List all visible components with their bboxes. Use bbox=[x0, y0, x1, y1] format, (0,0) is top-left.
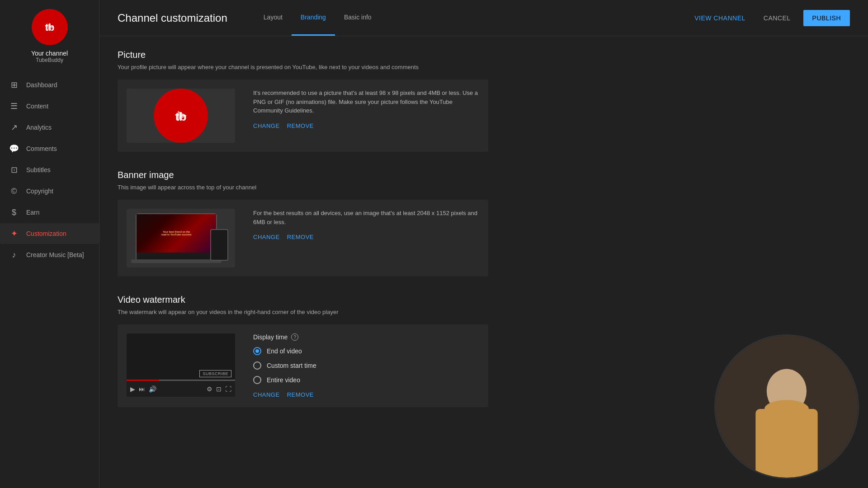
radio-label-custom-start: Custom start time bbox=[267, 362, 316, 369]
publish-button[interactable]: PUBLISH bbox=[803, 10, 850, 26]
content-icon: ☰ bbox=[9, 101, 19, 111]
banner-section: Banner image This image will appear acro… bbox=[118, 170, 488, 277]
tab-branding[interactable]: Branding bbox=[292, 0, 335, 36]
watermark-remove-button[interactable]: REMOVE bbox=[287, 391, 314, 398]
tab-basic-info[interactable]: Basic info bbox=[335, 0, 381, 36]
picture-remove-button[interactable]: REMOVE bbox=[287, 122, 314, 129]
volume-icon[interactable]: 🔊 bbox=[149, 385, 156, 393]
radio-btn-end-of-video bbox=[253, 347, 261, 355]
avatar: tb bbox=[32, 9, 68, 45]
sidebar-label-analytics: Analytics bbox=[26, 124, 52, 131]
sidebar-label-customization: Customization bbox=[26, 230, 66, 237]
sidebar-item-creator-music[interactable]: ♪ Creator Music [Beta] bbox=[0, 244, 99, 265]
sidebar-label-comments: Comments bbox=[26, 145, 57, 152]
skip-icon[interactable]: ⏭ bbox=[139, 385, 145, 393]
sidebar-item-dashboard[interactable]: ⊞ Dashboard bbox=[0, 75, 99, 95]
watermark-body: SUBSCRIBE ▶ ⏭ 🔊 ⚙ ⊡ ⛶ bbox=[118, 324, 488, 407]
watermark-actions: CHANGE REMOVE bbox=[253, 391, 479, 398]
display-time-label: Display time bbox=[253, 333, 288, 341]
banner-desc: This image will appear across the top of… bbox=[118, 184, 488, 191]
topbar-actions: VIEW CHANNEL CANCEL PUBLISH bbox=[689, 10, 850, 26]
radio-btn-custom-start bbox=[253, 361, 261, 370]
page-title: Channel customization bbox=[118, 12, 227, 24]
radio-entire-video[interactable]: Entire video bbox=[253, 376, 479, 384]
picture-title: Picture bbox=[118, 50, 488, 60]
sidebar-item-earn[interactable]: $ Earn bbox=[0, 202, 99, 223]
sidebar-item-content[interactable]: ☰ Content bbox=[0, 96, 99, 117]
banner-change-button[interactable]: CHANGE bbox=[253, 234, 280, 240]
sidebar: tb Your channel TubeBuddy ⊞ Dashboard ☰ … bbox=[0, 0, 99, 488]
sidebar-item-copyright[interactable]: © Copyright bbox=[0, 181, 99, 202]
laptop-screen: Your best friend on theroad to YouTube s… bbox=[137, 214, 216, 253]
copyright-icon: © bbox=[9, 186, 19, 196]
analytics-icon: ↗ bbox=[9, 122, 19, 132]
sidebar-item-analytics[interactable]: ↗ Analytics bbox=[0, 117, 99, 138]
video-preview: SUBSCRIBE ▶ ⏭ 🔊 ⚙ ⊡ ⛶ bbox=[127, 333, 235, 397]
play-icon[interactable]: ▶ bbox=[130, 385, 135, 393]
sidebar-label-earn: Earn bbox=[26, 209, 40, 216]
sidebar-item-subtitles[interactable]: ⊡ Subtitles bbox=[0, 160, 99, 180]
banner-inner: Your best friend on theroad to YouTube s… bbox=[131, 213, 231, 263]
banner-image: Your best friend on theroad to YouTube s… bbox=[127, 209, 235, 267]
sidebar-label-copyright: Copyright bbox=[26, 188, 53, 195]
video-progress-fill bbox=[127, 380, 159, 381]
sidebar-label-subtitles: Subtitles bbox=[26, 166, 51, 174]
earn-icon: $ bbox=[9, 207, 19, 217]
picture-recommendation: It's recommended to use a picture that's… bbox=[253, 89, 479, 115]
topbar: Channel customization Layout Branding Ba… bbox=[99, 0, 868, 36]
view-channel-button[interactable]: VIEW CHANNEL bbox=[689, 11, 751, 25]
watermark-change-button[interactable]: CHANGE bbox=[253, 391, 280, 398]
comments-icon: 💬 bbox=[9, 144, 19, 154]
display-time-header: Display time ? bbox=[253, 333, 479, 341]
channel-name: Your channel bbox=[31, 50, 68, 57]
sidebar-nav: ⊞ Dashboard ☰ Content ↗ Analytics 💬 Comm… bbox=[0, 74, 99, 266]
video-controls: ▶ ⏭ 🔊 ⚙ ⊡ ⛶ bbox=[127, 381, 235, 397]
floating-video bbox=[714, 334, 859, 479]
watermark-desc: The watermark will appear on your videos… bbox=[118, 309, 488, 315]
radio-custom-start[interactable]: Custom start time bbox=[253, 361, 479, 370]
banner-info: For the best results on all devices, use… bbox=[253, 209, 479, 267]
fullscreen-icon[interactable]: ⛶ bbox=[225, 385, 231, 393]
topbar-tabs: Layout Branding Basic info bbox=[255, 0, 381, 36]
tab-layout[interactable]: Layout bbox=[255, 0, 292, 36]
radio-label-end-of-video: End of video bbox=[267, 347, 302, 355]
person-avatar bbox=[716, 334, 858, 479]
subtitles-icon: ⊡ bbox=[9, 165, 19, 175]
radio-end-of-video[interactable]: End of video bbox=[253, 347, 479, 355]
sidebar-label-dashboard: Dashboard bbox=[26, 81, 57, 89]
laptop-base bbox=[131, 259, 222, 263]
video-progress-bar bbox=[127, 380, 235, 381]
picture-section: Picture Your profile picture will appear… bbox=[118, 50, 488, 152]
floating-video-inner bbox=[716, 336, 858, 478]
sidebar-label-creator-music: Creator Music [Beta] bbox=[26, 251, 84, 258]
subscribe-overlay: SUBSCRIBE bbox=[199, 370, 231, 377]
content-area: Picture Your profile picture will appear… bbox=[99, 36, 506, 439]
banner-title: Banner image bbox=[118, 170, 488, 180]
dashboard-icon: ⊞ bbox=[9, 80, 19, 90]
picture-desc: Your profile picture will appear where y… bbox=[118, 64, 488, 70]
sidebar-item-customization[interactable]: ✦ Customization bbox=[0, 223, 99, 244]
banner-remove-button[interactable]: REMOVE bbox=[287, 234, 314, 240]
settings-icon[interactable]: ⚙ bbox=[207, 385, 212, 393]
creator-music-icon: ♪ bbox=[9, 250, 19, 260]
banner-actions: CHANGE REMOVE bbox=[253, 234, 479, 240]
phone-icon bbox=[210, 229, 228, 261]
laptop-icon: Your best friend on theroad to YouTube s… bbox=[136, 213, 217, 263]
picture-body: tb It's recommended to use a picture tha… bbox=[118, 80, 488, 152]
banner-recommendation: For the best results on all devices, use… bbox=[253, 209, 479, 226]
picture-actions: CHANGE REMOVE bbox=[253, 122, 479, 129]
video-screen: SUBSCRIBE bbox=[127, 333, 235, 381]
customization-icon: ✦ bbox=[9, 229, 19, 239]
radio-label-entire-video: Entire video bbox=[267, 376, 300, 384]
svg-rect-5 bbox=[755, 409, 817, 478]
sidebar-item-comments[interactable]: 💬 Comments bbox=[0, 138, 99, 159]
miniplayer-icon[interactable]: ⊡ bbox=[216, 385, 222, 393]
display-time-section: Display time ? End of video Custom start… bbox=[253, 333, 479, 398]
sidebar-label-content: Content bbox=[26, 103, 48, 110]
display-time-help-icon[interactable]: ? bbox=[291, 333, 298, 341]
channel-handle: TubeBuddy bbox=[36, 57, 63, 63]
picture-info: It's recommended to use a picture that's… bbox=[253, 89, 479, 143]
watermark-section: Video watermark The watermark will appea… bbox=[118, 295, 488, 407]
picture-change-button[interactable]: CHANGE bbox=[253, 122, 280, 129]
cancel-button[interactable]: CANCEL bbox=[758, 11, 796, 25]
